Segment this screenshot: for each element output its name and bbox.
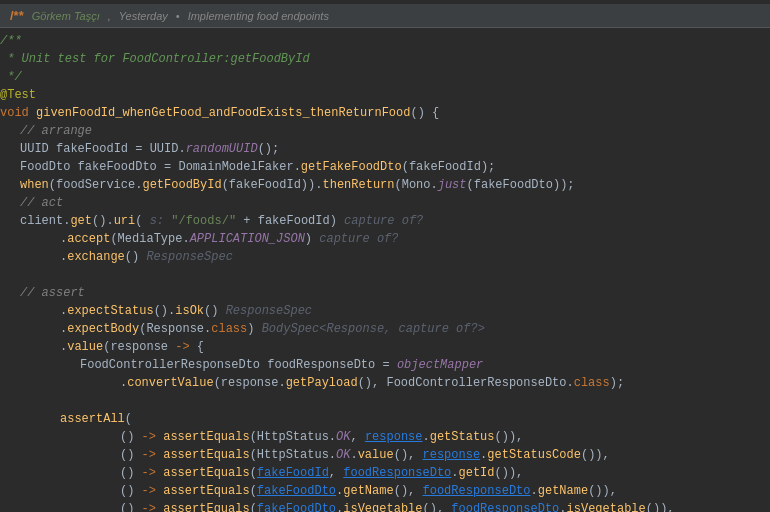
line-9: when(foodService.getFoodById(fakeFoodId)… [0, 176, 770, 194]
code-content: /** * Unit test for FoodController:getFo… [0, 28, 770, 512]
doc-icon: /** [10, 8, 24, 23]
code-editor: /** Görkem Taşçı , Yesterday • Implement… [0, 0, 770, 512]
line-26: () -> assertEquals(fakeFoodDto.getName()… [0, 482, 770, 500]
line-5: void givenFoodId_whenGetFood_andFoodExis… [0, 104, 770, 122]
line-3: */ [0, 68, 770, 86]
line-2: * Unit test for FoodController:getFoodBy… [0, 50, 770, 68]
line-8: FoodDto fakeFoodDto = DomainModelFaker.g… [0, 158, 770, 176]
header-separator: , [108, 10, 111, 22]
line-22: assertAll( [0, 410, 770, 428]
line-7: UUID fakeFoodId = UUID.randomUUID(); [0, 140, 770, 158]
line-18: .value(response -> { [0, 338, 770, 356]
line-24: () -> assertEquals(HttpStatus.OK.value()… [0, 446, 770, 464]
commit-message: Implementing food endpoints [188, 10, 329, 22]
line-6: // arrange [0, 122, 770, 140]
header-dot: • [176, 10, 180, 22]
line-13: .exchange() ResponseSpec [0, 248, 770, 266]
line-16: .expectStatus().isOk() ResponseSpec [0, 302, 770, 320]
line-4: @Test [0, 86, 770, 104]
line-15: // assert [0, 284, 770, 302]
line-23: () -> assertEquals(HttpStatus.OK, respon… [0, 428, 770, 446]
line-21 [0, 392, 770, 410]
line-19: FoodControllerResponseDto foodResponseDt… [0, 356, 770, 374]
line-25: () -> assertEquals(fakeFoodId, foodRespo… [0, 464, 770, 482]
line-14 [0, 266, 770, 284]
line-12: .accept(MediaType.APPLICATION_JSON) capt… [0, 230, 770, 248]
git-blame-header: /** Görkem Taşçı , Yesterday • Implement… [0, 4, 770, 28]
line-10: // act [0, 194, 770, 212]
line-11: client.get().uri( s: "/foods/" + fakeFoo… [0, 212, 770, 230]
author-name: Görkem Taşçı [32, 10, 100, 22]
line-1: /** [0, 32, 770, 50]
line-27: () -> assertEquals(fakeFoodDto.isVegetab… [0, 500, 770, 512]
commit-time: Yesterday [119, 10, 168, 22]
line-17: .expectBody(Response.class) BodySpec<Res… [0, 320, 770, 338]
line-20: .convertValue(response.getPayload(), Foo… [0, 374, 770, 392]
